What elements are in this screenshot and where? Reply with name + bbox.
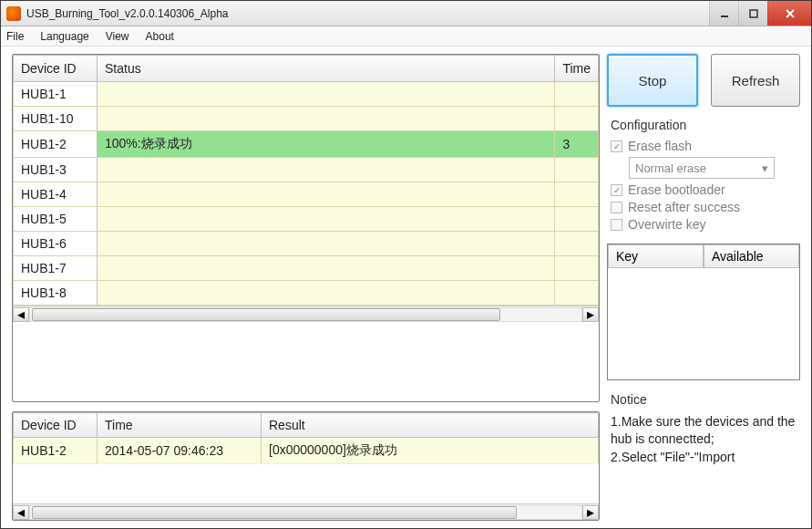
cell-status bbox=[98, 82, 555, 107]
cell-device-id: HUB1-5 bbox=[14, 207, 98, 232]
cell-time: 3 bbox=[555, 131, 599, 158]
chevron-down-icon: ▾ bbox=[762, 161, 768, 175]
available-col[interactable]: Available bbox=[704, 244, 799, 268]
checkbox-icon: ✓ bbox=[611, 184, 622, 196]
close-button[interactable] bbox=[767, 1, 811, 26]
cell-status bbox=[98, 256, 555, 281]
col-device-id[interactable]: Device ID bbox=[14, 56, 98, 82]
cell-status bbox=[98, 107, 555, 131]
checkbox-icon: ✓ bbox=[611, 140, 622, 152]
cell-device-id: HUB1-4 bbox=[14, 182, 98, 207]
table-row[interactable]: HUB1-7 bbox=[14, 256, 599, 281]
cell-device-id: HUB1-1 bbox=[14, 82, 98, 107]
cell-status bbox=[98, 281, 555, 306]
cell-device-id: HUB1-10 bbox=[14, 107, 98, 131]
erase-flash-checkbox[interactable]: ✓Erase flash bbox=[611, 139, 800, 153]
cell-device-id: HUB1-7 bbox=[14, 256, 98, 281]
menu-language[interactable]: Language bbox=[40, 30, 88, 43]
app-window: USB_Burning_Tool_v2.0.0.140306_Alpha Fil… bbox=[0, 0, 812, 529]
notice-line-2: 2.Select "File"-"Import bbox=[611, 449, 800, 467]
scroll-left-button[interactable]: ◂ bbox=[13, 307, 29, 322]
cell-time bbox=[555, 281, 599, 306]
menu-about[interactable]: About bbox=[146, 30, 174, 43]
cell-status bbox=[98, 207, 555, 232]
checkbox-icon bbox=[611, 219, 622, 231]
cell-status bbox=[98, 232, 555, 256]
erase-mode-select[interactable]: Normal erase▾ bbox=[629, 157, 775, 179]
log-col-result[interactable]: Result bbox=[262, 413, 599, 438]
device-grid-panel: Device ID Status Time HUB1-1HUB1-10HUB1-… bbox=[12, 54, 600, 402]
device-table[interactable]: Device ID Status Time HUB1-1HUB1-10HUB1-… bbox=[13, 55, 599, 306]
key-panel: Key Available bbox=[607, 244, 800, 380]
log-result: [0x00000000]烧录成功 bbox=[262, 438, 599, 464]
log-time: 2014-05-07 09:46:23 bbox=[98, 438, 262, 464]
cell-time bbox=[555, 182, 599, 207]
h-scrollbar[interactable]: ◂ ▸ bbox=[13, 306, 599, 322]
log-panel: Device ID Time Result HUB1-22014-05-07 0… bbox=[12, 411, 600, 521]
reset-after-checkbox[interactable]: Reset after success bbox=[611, 200, 800, 214]
cell-status bbox=[98, 182, 555, 207]
menubar: File Language View About bbox=[1, 26, 811, 47]
cell-device-id: HUB1-3 bbox=[14, 158, 98, 182]
cell-time bbox=[555, 232, 599, 256]
cell-device-id: HUB1-6 bbox=[14, 232, 98, 256]
app-icon bbox=[6, 6, 21, 21]
log-h-scrollbar[interactable]: ◂ ▸ bbox=[13, 503, 599, 520]
cell-status bbox=[98, 158, 555, 182]
window-title: USB_Burning_Tool_v2.0.0.140306_Alpha bbox=[26, 7, 709, 20]
svg-rect-1 bbox=[750, 10, 757, 17]
titlebar[interactable]: USB_Burning_Tool_v2.0.0.140306_Alpha bbox=[1, 1, 811, 26]
table-row[interactable]: HUB1-2100%:烧录成功3 bbox=[14, 131, 599, 158]
scroll-right-button[interactable]: ▸ bbox=[582, 307, 599, 322]
table-row[interactable]: HUB1-5 bbox=[14, 207, 599, 232]
table-row[interactable]: HUB1-10 bbox=[14, 107, 599, 131]
cell-status: 100%:烧录成功 bbox=[98, 131, 555, 158]
notice-title: Notice bbox=[611, 391, 800, 410]
stop-button[interactable]: Stop bbox=[607, 54, 698, 107]
table-row[interactable]: HUB1-3 bbox=[14, 158, 599, 182]
cell-time bbox=[555, 256, 599, 281]
minimize-button[interactable] bbox=[709, 1, 738, 26]
cell-time bbox=[555, 207, 599, 232]
col-status[interactable]: Status bbox=[98, 56, 555, 82]
table-row[interactable]: HUB1-8 bbox=[14, 281, 599, 306]
notice-line-1: 1.Make sure the devices and the hub is c… bbox=[611, 413, 800, 449]
cell-device-id: HUB1-2 bbox=[14, 131, 98, 158]
menu-view[interactable]: View bbox=[106, 30, 129, 43]
refresh-button[interactable]: Refresh bbox=[711, 54, 800, 107]
table-row[interactable]: HUB1-4 bbox=[14, 182, 599, 207]
key-col[interactable]: Key bbox=[608, 244, 704, 268]
menu-file[interactable]: File bbox=[6, 30, 24, 43]
checkbox-icon bbox=[611, 202, 622, 213]
cell-time bbox=[555, 107, 599, 131]
maximize-button[interactable] bbox=[738, 1, 767, 26]
table-row[interactable]: HUB1-1 bbox=[14, 82, 599, 107]
erase-bootloader-checkbox[interactable]: ✓Erase bootloader bbox=[611, 182, 800, 197]
scroll-thumb[interactable] bbox=[32, 308, 500, 321]
log-device: HUB1-2 bbox=[14, 438, 98, 464]
svg-rect-0 bbox=[721, 16, 728, 17]
log-table[interactable]: Device ID Time Result HUB1-22014-05-07 0… bbox=[13, 412, 599, 464]
log-scroll-thumb[interactable] bbox=[32, 506, 517, 519]
log-row[interactable]: HUB1-22014-05-07 09:46:23[0x00000000]烧录成… bbox=[14, 438, 599, 464]
log-scroll-right[interactable]: ▸ bbox=[582, 505, 599, 520]
table-row[interactable]: HUB1-6 bbox=[14, 232, 599, 256]
cell-time bbox=[555, 82, 599, 107]
col-time[interactable]: Time bbox=[555, 56, 599, 82]
config-title: Configuration bbox=[611, 118, 800, 132]
overwrite-key-checkbox[interactable]: Overwirte key bbox=[611, 217, 800, 232]
cell-device-id: HUB1-8 bbox=[14, 281, 98, 306]
log-scroll-left[interactable]: ◂ bbox=[13, 505, 29, 520]
cell-time bbox=[555, 158, 599, 182]
log-col-time[interactable]: Time bbox=[98, 413, 262, 438]
notice-section: Notice 1.Make sure the devices and the h… bbox=[607, 389, 800, 466]
log-col-device[interactable]: Device ID bbox=[14, 413, 98, 438]
